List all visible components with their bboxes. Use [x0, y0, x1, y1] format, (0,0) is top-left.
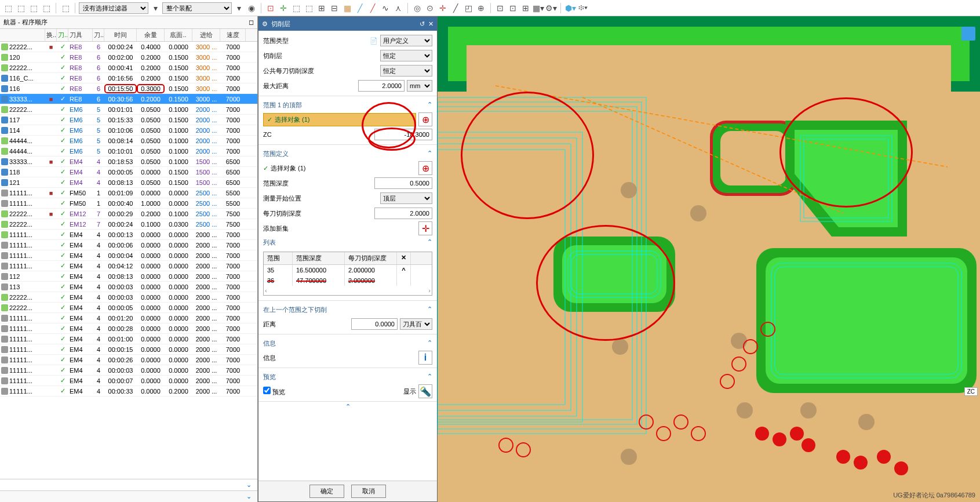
- tool-icon[interactable]: ╱: [450, 2, 461, 14]
- depth-select[interactable]: 恒定: [380, 65, 432, 77]
- tool-icon[interactable]: ⬚: [41, 2, 52, 14]
- tool-icon[interactable]: ⚙▾: [545, 2, 557, 14]
- tool-icon[interactable]: ⊡: [507, 2, 519, 14]
- table-row[interactable]: 113✓EM4400:00:030.00000.00002000 ...7000: [0, 282, 257, 292]
- distance-input[interactable]: [351, 318, 398, 330]
- add-set-button[interactable]: ✛: [418, 221, 432, 235]
- tool-icon[interactable]: ⬚: [15, 2, 27, 14]
- table-row[interactable]: 116_C...✓RE8600:16:560.20000.15003000 ..…: [0, 73, 257, 83]
- pick-button[interactable]: ⊕: [418, 161, 432, 175]
- tool-icon[interactable]: ✛: [278, 2, 289, 14]
- delete-row-icon[interactable]: ✕: [397, 252, 411, 264]
- dropdown-icon[interactable]: ▾: [233, 2, 245, 14]
- table-row[interactable]: 11111...✓EM4400:00:130.00000.00002000 ..…: [0, 230, 257, 240]
- table-row[interactable]: 11111...✓EM4400:00:060.00000.00002000 ..…: [0, 240, 257, 250]
- collapse-icon[interactable]: ⌃: [258, 402, 437, 412]
- range-type-select[interactable]: 用户定义: [380, 35, 432, 46]
- table-row[interactable]: 11111...✓EM4400:01:000.00000.00002000 ..…: [0, 334, 257, 344]
- select-object[interactable]: ✓选择对象 (1): [263, 164, 416, 173]
- table-row[interactable]: 22222...■✓RE8600:00:240.40000.00003000 .…: [0, 42, 257, 52]
- graphics-viewport[interactable]: ZC UG爱好者论坛 0a798646789: [438, 16, 980, 502]
- section-header[interactable]: 预览⌃: [263, 370, 432, 384]
- tool-icon[interactable]: ⬚: [60, 2, 71, 14]
- table-row[interactable]: 116✓RE8600:15:500.30000.15003000 ...7000: [0, 83, 257, 94]
- tool-icon[interactable]: ⊞: [520, 2, 531, 14]
- tool-icon[interactable]: ▦▾: [533, 2, 544, 14]
- table-row[interactable]: 22222...✓EM12700:00:240.10000.03002500 .…: [0, 219, 257, 230]
- tool-icon[interactable]: ◉: [246, 2, 257, 14]
- pin-icon[interactable]: ↺: [420, 20, 425, 28]
- section-header[interactable]: 范围定义⌃: [263, 147, 432, 161]
- range-depth-input[interactable]: [374, 177, 432, 189]
- pick-button[interactable]: ⊕: [418, 112, 432, 126]
- tool-icon[interactable]: ⊟: [329, 2, 340, 14]
- unit-select[interactable]: 刀具百: [400, 318, 432, 330]
- tool-icon[interactable]: ፨▾: [577, 2, 589, 14]
- tool-icon[interactable]: ⬢▾: [564, 2, 576, 14]
- table-row[interactable]: 118✓EM4400:00:050.00000.15001500 ...6500: [0, 167, 257, 177]
- list-header[interactable]: 列表⌃: [263, 236, 432, 249]
- tool-icon[interactable]: ✛: [437, 2, 449, 14]
- table-row[interactable]: 11111...✓EM4400:00:040.00000.00002000 ..…: [0, 250, 257, 261]
- tool-icon[interactable]: ◰: [462, 2, 474, 14]
- table-row[interactable]: 22222...✓EM4400:00:050.00000.00002000 ..…: [0, 303, 257, 313]
- table-row[interactable]: 33333...■✓RE8600:30:560.20000.15003000 .…: [0, 94, 257, 104]
- table-row[interactable]: 22222...■✓EM12700:00:290.20000.10002500 …: [0, 209, 257, 219]
- table-row[interactable]: 11111...✓EM4400:04:120.00000.00002000 ..…: [0, 261, 257, 271]
- orientation-icon[interactable]: [961, 27, 975, 41]
- dropdown-icon[interactable]: ▾: [150, 2, 161, 14]
- tool-icon[interactable]: ╱: [354, 2, 366, 14]
- table-row[interactable]: 11111...✓EM4400:00:280.00000.00002000 ..…: [0, 323, 257, 334]
- table-row[interactable]: 33333...■✓EM4400:18:530.05000.10001500 .…: [0, 157, 257, 167]
- tool-icon[interactable]: ⋏: [392, 2, 404, 14]
- table-row[interactable]: 11111...✓EM4400:00:330.00000.20002000 ..…: [0, 386, 257, 396]
- tool-icon[interactable]: ∿: [380, 2, 391, 14]
- tool-icon[interactable]: ⊕: [475, 2, 487, 14]
- tool-icon[interactable]: ⊡: [494, 2, 506, 14]
- tool-icon[interactable]: ⬚: [2, 2, 14, 14]
- list-item[interactable]: 3516.5000002.000000^: [264, 265, 432, 275]
- table-row[interactable]: 22222...✓EM4400:00:030.00000.00002000 ..…: [0, 292, 257, 303]
- preview-checkbox[interactable]: [263, 387, 271, 394]
- measure-pos-select[interactable]: 顶层: [380, 192, 432, 204]
- filter-select[interactable]: 没有选择过滤器: [79, 2, 148, 14]
- nav-bot[interactable]: ⌄: [0, 490, 257, 502]
- tool-icon[interactable]: ⊞: [316, 2, 327, 14]
- table-row[interactable]: 11111...✓EM4400:00:150.00000.00002000 ..…: [0, 344, 257, 355]
- assembly-select[interactable]: 整个装配: [162, 2, 232, 14]
- section-header[interactable]: 在上一个范围之下切削⌃: [263, 303, 432, 317]
- table-row[interactable]: 112✓EM4400:08:130.00000.00002000 ...7000: [0, 271, 257, 282]
- maximize-icon[interactable]: ◻: [249, 19, 254, 26]
- table-row[interactable]: 121✓EM4400:08:130.05000.15001500 ...6500: [0, 177, 257, 188]
- tool-icon[interactable]: ⬚: [303, 2, 315, 14]
- table-row[interactable]: 120✓RE8600:02:000.20000.15003000 ...7000: [0, 52, 257, 63]
- tool-icon[interactable]: ⊙: [424, 2, 436, 14]
- table-row[interactable]: 11111...✓EM4400:00:070.00000.00002000 ..…: [0, 376, 257, 386]
- table-row[interactable]: 11111...✓EM4400:01:200.00000.00002000 ..…: [0, 313, 257, 323]
- tool-icon[interactable]: ⬚: [28, 2, 39, 14]
- info-button[interactable]: i: [418, 351, 432, 365]
- ok-button[interactable]: 确定: [309, 485, 344, 498]
- each-depth-input[interactable]: [374, 208, 432, 219]
- tool-icon[interactable]: ▦: [341, 2, 353, 14]
- table-row[interactable]: 117✓EM6500:15:330.05000.15002000 ...7000: [0, 115, 257, 125]
- unit-select[interactable]: mm: [407, 80, 432, 92]
- max-distance-input[interactable]: [358, 80, 405, 92]
- tool-icon[interactable]: ⬚: [290, 2, 302, 14]
- show-button[interactable]: 🔦: [418, 384, 432, 398]
- table-row[interactable]: 22222...✓EM6500:01:010.05000.10002000 ..…: [0, 104, 257, 115]
- table-row[interactable]: 11111...✓FM50100:00:401.00000.00002500 .…: [0, 198, 257, 209]
- table-row[interactable]: 44444...✓EM6500:08:140.05000.10002000 ..…: [0, 136, 257, 146]
- close-icon[interactable]: ✕: [428, 20, 433, 28]
- table-row[interactable]: 22222...✓RE8600:00:410.20000.15003000 ..…: [0, 63, 257, 73]
- list-item[interactable]: 3647.7000002.000000: [264, 275, 432, 286]
- table-row[interactable]: 11111...■✓FM50100:01:090.00000.00002500 …: [0, 188, 257, 198]
- tool-icon[interactable]: ◎: [411, 2, 423, 14]
- table-body[interactable]: 22222...■✓RE8600:00:240.40000.00003000 .…: [0, 42, 257, 479]
- nav-footer[interactable]: ⌄: [0, 479, 257, 490]
- cancel-button[interactable]: 取消: [351, 485, 386, 498]
- table-row[interactable]: 44444...✓EM6500:10:010.05000.10002000 ..…: [0, 146, 257, 157]
- section-header[interactable]: 信息⌃: [263, 337, 432, 350]
- tool-icon[interactable]: ╱: [367, 2, 378, 14]
- cut-layer-select[interactable]: 恒定: [380, 50, 432, 61]
